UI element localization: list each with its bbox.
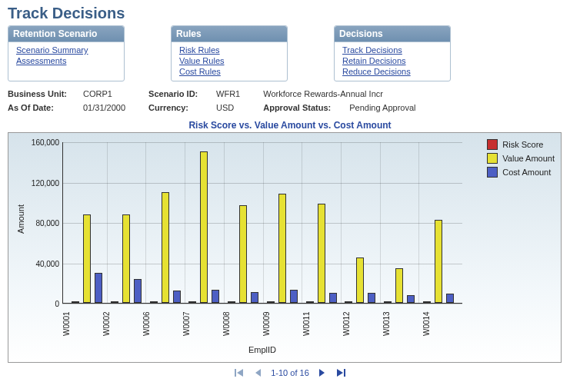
link-risk-rules[interactable]: Risk Rules — [179, 45, 282, 55]
bar-group — [185, 142, 224, 303]
x-labels: W0001W0002W0006W0007W0008W0009W0011W0012… — [62, 307, 462, 341]
svg-marker-1 — [237, 369, 243, 377]
link-retain-decisions[interactable]: Retain Decisions — [342, 56, 445, 65]
link-value-rules[interactable]: Value Rules — [179, 56, 282, 65]
bar-cost — [329, 293, 337, 303]
swatch-risk-icon — [487, 139, 498, 150]
last-page-icon[interactable] — [335, 367, 346, 378]
legend: Risk Score Value Amount Cost Amount — [487, 139, 555, 181]
svg-marker-2 — [255, 369, 261, 377]
chart: Amount 040,00080,000120,000160,000 W0001… — [8, 132, 562, 363]
bar-group — [302, 142, 341, 303]
box-rules-title: Rules — [172, 26, 287, 42]
x-tick: W0009 — [262, 307, 302, 341]
y-tick: 40,000 — [30, 259, 59, 267]
currency-label: Currency: — [148, 103, 210, 112]
y-tick: 0 — [30, 300, 59, 308]
y-tick: 160,000 — [30, 138, 59, 147]
bar-value — [356, 257, 364, 303]
approval-label: Approval Status: — [263, 103, 343, 112]
bar-risk — [384, 301, 392, 303]
bar-risk — [150, 301, 158, 303]
bar-value — [83, 214, 91, 304]
link-cost-rules[interactable]: Cost Rules — [179, 67, 282, 76]
bar-risk — [423, 301, 431, 303]
bar-cost — [95, 273, 102, 303]
x-tick: W0012 — [342, 307, 382, 341]
pager-text: 1-10 of 16 — [271, 368, 309, 377]
bar-cost — [134, 279, 142, 304]
swatch-cost-icon — [487, 167, 498, 178]
bar-risk — [267, 301, 275, 303]
x-tick: W0013 — [382, 307, 422, 341]
link-scenario-summary[interactable]: Scenario Summary — [16, 45, 119, 55]
x-tick: W0007 — [182, 307, 222, 341]
legend-risk: Risk Score — [502, 140, 543, 149]
bar-value — [318, 204, 325, 303]
x-tick: W0008 — [222, 307, 262, 341]
prev-page-icon[interactable] — [252, 367, 263, 378]
bar-group — [68, 142, 107, 303]
bar-cost — [368, 293, 375, 303]
link-track-decisions[interactable]: Track Decisions — [342, 45, 445, 55]
bar-value — [162, 192, 169, 303]
svg-rect-5 — [344, 369, 345, 377]
bar-group — [341, 142, 380, 303]
y-tick: 80,000 — [30, 219, 59, 228]
x-tick: W0002 — [102, 307, 142, 341]
business-unit-value: CORP1 — [83, 89, 112, 98]
svg-marker-3 — [319, 369, 325, 377]
box-decisions-title: Decisions — [335, 26, 450, 42]
approval-value: Pending Approval — [349, 103, 415, 112]
first-page-icon[interactable] — [234, 367, 245, 378]
legend-value: Value Amount — [502, 154, 555, 163]
nav-boxes: Retention Scenario Scenario Summary Asse… — [8, 25, 572, 81]
bar-cost — [251, 292, 258, 303]
bar-group — [380, 142, 419, 303]
x-tick: W0001 — [62, 307, 102, 341]
bar-cost — [290, 290, 298, 303]
bar-group — [263, 142, 302, 303]
swatch-value-icon — [487, 153, 498, 164]
bar-group — [107, 142, 146, 303]
bar-cost — [173, 291, 181, 303]
legend-cost: Cost Amount — [502, 168, 551, 177]
meta-block: Business Unit:CORP1 As Of Date:01/31/200… — [8, 89, 572, 112]
next-page-icon[interactable] — [317, 367, 328, 378]
plot-area — [62, 142, 462, 304]
chart-title: Risk Score vs. Value Amount vs. Cost Amo… — [8, 120, 572, 131]
bar-value — [200, 151, 208, 303]
link-assessments[interactable]: Assessments — [16, 56, 119, 65]
as-of-label: As Of Date: — [8, 103, 77, 112]
box-rules: Rules Risk Rules Value Rules Cost Rules — [171, 25, 288, 81]
x-tick: W0006 — [142, 307, 182, 341]
pager: 1-10 of 16 — [8, 367, 572, 378]
box-retention-title: Retention Scenario — [8, 26, 124, 42]
scenario-id-value: WFR1 — [216, 89, 240, 98]
as-of-value: 01/31/2000 — [83, 103, 125, 112]
bar-value — [395, 268, 403, 303]
bar-cost — [446, 294, 454, 303]
bar-value — [278, 194, 286, 303]
bar-risk — [188, 301, 196, 303]
box-decisions: Decisions Track Decisions Retain Decisio… — [334, 25, 451, 81]
svg-marker-4 — [337, 369, 343, 377]
page-title: Track Decisions — [8, 5, 572, 22]
bar-risk — [228, 301, 235, 303]
bar-risk — [345, 301, 352, 303]
y-axis-label: Amount — [16, 204, 25, 234]
y-tick: 120,000 — [30, 178, 59, 187]
bar-risk — [111, 301, 118, 303]
bar-value — [435, 220, 442, 303]
business-unit-label: Business Unit: — [8, 89, 77, 98]
bar-group — [224, 142, 263, 303]
box-retention: Retention Scenario Scenario Summary Asse… — [8, 25, 125, 81]
link-reduce-decisions[interactable]: Reduce Decisions — [342, 67, 445, 76]
bar-cost — [407, 295, 415, 304]
bar-value — [239, 205, 247, 303]
gridline — [62, 304, 462, 304]
scenario-desc: Workforce Rewards-Annual Incr — [263, 89, 383, 98]
x-axis-label: EmplID — [62, 345, 462, 354]
bar-risk — [72, 301, 79, 303]
bar-risk — [306, 301, 314, 303]
